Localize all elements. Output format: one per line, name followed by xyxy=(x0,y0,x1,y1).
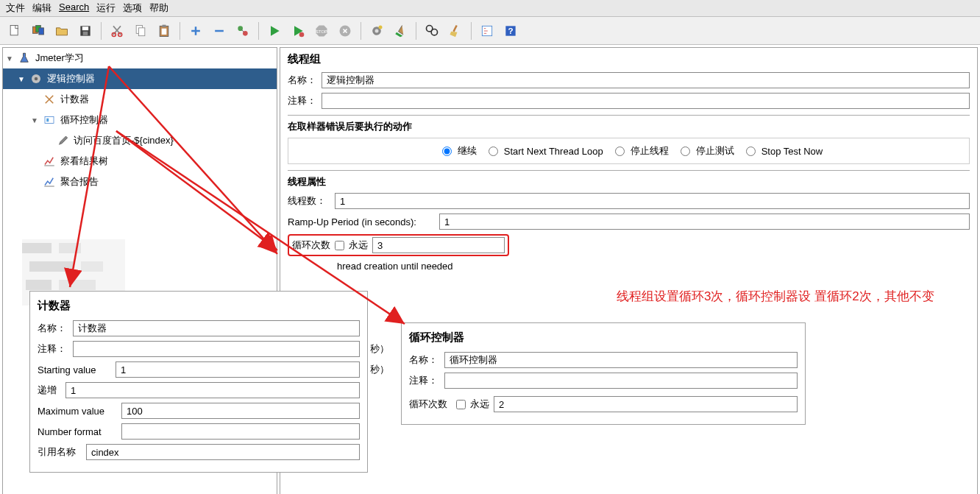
menu-bar: 文件 编辑 Search 运行 选项 帮助 xyxy=(0,0,980,17)
loop-count-label2: 循环次数 xyxy=(409,398,452,411)
loop-name-label: 名称： xyxy=(409,353,440,367)
tree-root[interactable]: ▼ Jmeter学习 xyxy=(3,48,277,68)
svg-rect-10 xyxy=(139,27,145,35)
templates-icon[interactable] xyxy=(28,21,49,41)
add-icon[interactable] xyxy=(185,21,206,41)
tree-http-request[interactable]: 访问百度首页-${cindex} xyxy=(3,130,277,151)
svg-point-28 xyxy=(35,77,38,81)
menu-run[interactable]: 运行 xyxy=(96,1,116,15)
toolbar: STOP ? xyxy=(0,17,980,45)
tree-aggregate-report[interactable]: 聚合报告 xyxy=(3,172,277,192)
svg-rect-12 xyxy=(162,28,167,34)
radio-stop-now[interactable] xyxy=(746,147,756,156)
starting-value-input[interactable] xyxy=(116,361,360,378)
loop-forever-label: 永远 xyxy=(470,398,489,411)
search-icon[interactable] xyxy=(422,21,442,41)
dropper-icon xyxy=(54,133,71,149)
comment-input[interactable] xyxy=(322,93,970,109)
radio-stop-thread[interactable] xyxy=(615,147,625,156)
seconds-suffix: 秒） xyxy=(370,363,389,376)
counter-comment-input[interactable] xyxy=(73,341,360,357)
tree-logic-controller[interactable]: ▼ 逻辑控制器 xyxy=(3,68,277,89)
rampup-input[interactable] xyxy=(439,214,970,230)
start-icon[interactable] xyxy=(264,21,285,41)
loop-name-input[interactable] xyxy=(444,352,798,368)
svg-rect-6 xyxy=(83,31,88,35)
svg-rect-29 xyxy=(45,117,54,124)
broom-clear-icon[interactable] xyxy=(390,21,411,41)
loop-comment-label: 注释： xyxy=(409,374,440,387)
save-icon[interactable] xyxy=(75,21,96,41)
svg-point-16 xyxy=(299,32,305,37)
counter-title: 计数器 xyxy=(38,299,360,313)
tree-counter[interactable]: 计数器 xyxy=(3,89,277,110)
menu-edit[interactable]: 编辑 xyxy=(32,1,52,15)
expand-icon[interactable]: ▼ xyxy=(18,75,28,83)
svg-text:?: ? xyxy=(508,26,513,35)
tree-loop-controller[interactable]: ▼ 循环控制器 xyxy=(3,110,277,130)
flask-icon xyxy=(16,50,32,66)
forever-label: 永远 xyxy=(349,239,368,252)
svg-text:STOP: STOP xyxy=(316,29,327,33)
svg-rect-13 xyxy=(163,24,166,27)
svg-rect-30 xyxy=(46,119,49,122)
loop-overlay-panel: 循环控制器 名称： 注释： 循环次数 永远 xyxy=(401,322,806,425)
menu-help[interactable]: 帮助 xyxy=(149,1,168,15)
threads-input[interactable] xyxy=(335,193,970,209)
expand-icon[interactable]: ▼ xyxy=(6,54,16,63)
panel-title: 线程组 xyxy=(288,52,970,66)
new-icon[interactable] xyxy=(4,21,25,41)
name-label: 名称： xyxy=(288,74,317,87)
svg-rect-5 xyxy=(82,27,88,30)
svg-point-20 xyxy=(375,29,379,32)
max-value-input[interactable] xyxy=(121,403,360,419)
svg-rect-3 xyxy=(39,27,44,34)
max-value-label: Maximum value xyxy=(38,406,117,417)
delay-label: hread creation until needed xyxy=(337,261,453,272)
paste-icon[interactable] xyxy=(154,21,174,41)
error-action-header: 在取样器错误后要执行的动作 xyxy=(288,115,970,133)
tree-view-results[interactable]: 察看结果树 xyxy=(3,151,277,172)
remove-icon[interactable] xyxy=(209,21,230,41)
shutdown-icon[interactable] xyxy=(335,21,355,41)
threads-label: 线程数： xyxy=(288,194,330,208)
comment-label: 注释： xyxy=(288,94,317,107)
increment-input[interactable] xyxy=(65,382,360,398)
svg-point-23 xyxy=(431,29,437,35)
open-icon[interactable] xyxy=(52,21,72,41)
number-format-input[interactable] xyxy=(121,423,360,440)
menu-search[interactable]: Search xyxy=(59,1,89,15)
loop-count-input[interactable] xyxy=(372,237,505,253)
chart-icon xyxy=(41,174,57,190)
radio-stop-test[interactable] xyxy=(681,147,690,156)
cut-icon[interactable] xyxy=(107,21,127,41)
function-icon[interactable] xyxy=(477,21,497,41)
loop-forever-checkbox[interactable] xyxy=(456,400,466,409)
counter-overlay-panel: 计数器 名称： 注释： 秒） Starting value 秒） 递增 Maxi… xyxy=(29,291,368,473)
radio-start-next[interactable] xyxy=(489,147,498,156)
copy-icon[interactable] xyxy=(130,21,151,41)
start-remote-icon[interactable] xyxy=(288,21,308,41)
increment-label: 递增 xyxy=(38,384,61,397)
broom-icon[interactable] xyxy=(445,21,466,41)
loop-count-input2[interactable] xyxy=(494,396,798,412)
counter-name-input[interactable] xyxy=(73,320,360,336)
counter-name-label: 名称： xyxy=(38,322,68,335)
expand-icon[interactable]: ▼ xyxy=(31,116,41,124)
forever-checkbox[interactable] xyxy=(335,241,344,250)
help-icon[interactable]: ? xyxy=(500,21,521,41)
ref-name-input[interactable] xyxy=(86,444,360,460)
gear-icon xyxy=(28,71,44,87)
stop-icon[interactable]: STOP xyxy=(311,21,332,41)
gear-clear-icon[interactable] xyxy=(366,21,387,41)
counter-comment-label: 注释： xyxy=(38,342,68,356)
svg-rect-0 xyxy=(10,25,18,35)
loop-count-label: 循环次数 xyxy=(292,239,330,252)
name-input[interactable] xyxy=(322,72,970,88)
radio-continue[interactable] xyxy=(442,147,452,156)
loop-comment-input[interactable] xyxy=(444,373,798,389)
menu-file[interactable]: 文件 xyxy=(6,1,25,15)
number-format-label: Number format xyxy=(38,426,117,437)
toggle-icon[interactable] xyxy=(232,21,253,41)
menu-options[interactable]: 选项 xyxy=(123,1,142,15)
